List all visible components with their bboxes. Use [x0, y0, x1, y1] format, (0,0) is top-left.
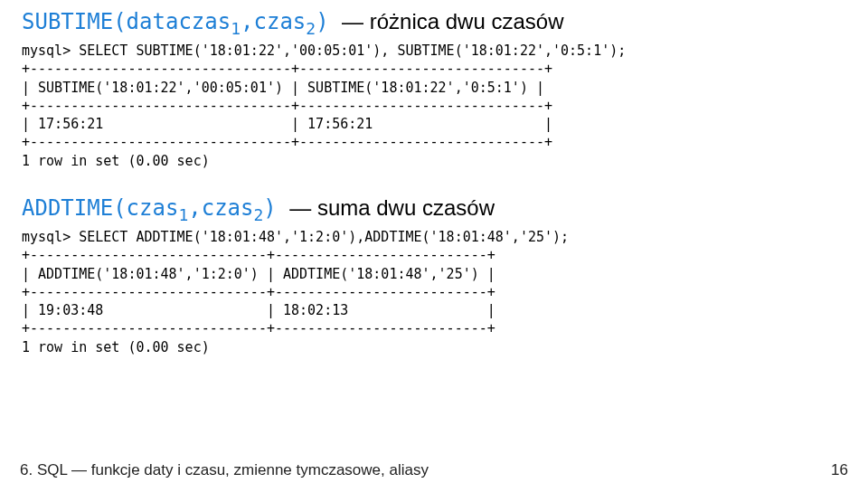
func1-desc: — różnica dwu czasów [342, 9, 563, 33]
func2-signature: ADDTIME(czas1,czas2) [22, 195, 289, 221]
footer-title: 6. SQL — funkcje daty i czasu, zmienne t… [20, 461, 429, 479]
func2-sub1: 1 [178, 205, 188, 224]
section-gap [22, 170, 846, 194]
page-number: 16 [831, 461, 848, 479]
terminal-output-1: mysql> SELECT SUBTIME('18:01:22','00:05:… [22, 42, 846, 170]
footer: 6. SQL — funkcje daty i czasu, zmienne t… [0, 452, 868, 483]
func2-sub2: 2 [253, 205, 263, 224]
func1-sub1: 1 [231, 19, 241, 38]
func1-close: ) [316, 9, 328, 34]
func1-name: SUBTIME(dataczas [22, 9, 231, 34]
func2-mid: ,czas [188, 195, 253, 221]
func1-mid: ,czas [241, 9, 306, 34]
func2-close: ) [263, 195, 276, 221]
func1-sub2: 2 [306, 19, 316, 38]
section1-title: SUBTIME(dataczas1,czas2) — różnica dwu c… [22, 7, 846, 36]
func1-signature: SUBTIME(dataczas1,czas2) [22, 9, 342, 34]
func2-name: ADDTIME(czas [22, 195, 178, 221]
func2-desc: — suma dwu czasów [289, 195, 495, 220]
page-content: SUBTIME(dataczas1,czas2) — różnica dwu c… [0, 0, 868, 356]
section2-title: ADDTIME(czas1,czas2) — suma dwu czasów [22, 194, 846, 223]
terminal-output-2: mysql> SELECT ADDTIME('18:01:48','1:2:0'… [22, 228, 846, 356]
